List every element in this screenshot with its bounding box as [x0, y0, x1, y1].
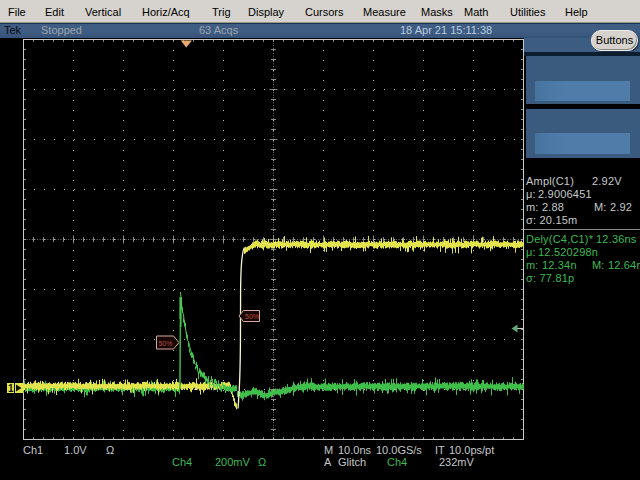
svg-text:1: 1	[8, 383, 14, 394]
svg-text:50%: 50%	[245, 313, 259, 320]
svg-text:50%: 50%	[158, 340, 172, 347]
